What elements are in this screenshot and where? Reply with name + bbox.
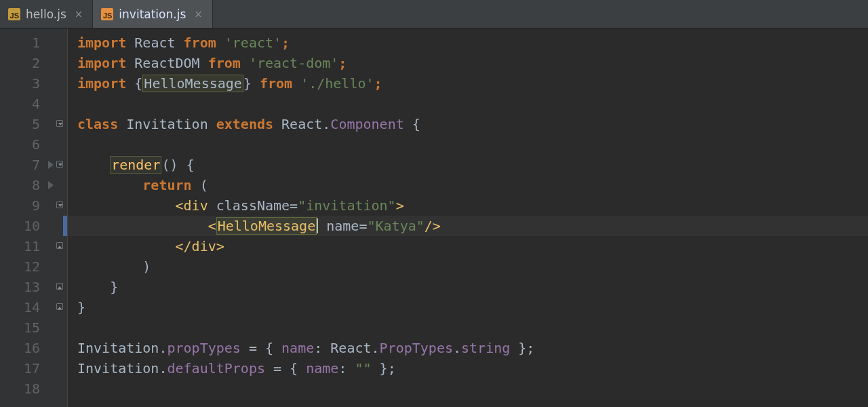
code-line[interactable]: class Invitation extends React.Component… <box>68 114 868 134</box>
line-number: 4 <box>0 94 67 114</box>
fold-icon[interactable] <box>56 303 63 310</box>
code-line[interactable]: import ReactDOM from 'react-dom'; <box>68 53 868 73</box>
line-number: 3 <box>0 73 67 94</box>
js-file-icon: JS <box>101 8 113 20</box>
line-number: 17 <box>0 358 67 379</box>
editor-tabs: JS hello.js × JS invitation.js × <box>0 0 868 28</box>
line-number: 1 <box>0 33 67 53</box>
tab-label: invitation.js <box>119 7 186 21</box>
fold-icon[interactable] <box>56 283 63 290</box>
line-number: 15 <box>0 317 67 338</box>
fold-icon[interactable] <box>56 161 63 168</box>
highlighted-symbol: render <box>110 156 161 174</box>
code-line-current[interactable]: <HelloMessage name="Katya"/> <box>68 216 868 236</box>
line-gutter: 1 2 3 4 5 6 7 8 9 10 11 12 13 14 15 16 1… <box>0 28 68 407</box>
tab-label: hello.js <box>26 7 66 21</box>
line-number: 16 <box>0 338 67 358</box>
line-number: 14 <box>0 297 67 317</box>
run-marker-icon[interactable] <box>48 161 54 169</box>
code-line[interactable]: import {HelloMessage} from './hello'; <box>68 73 868 94</box>
js-file-icon: JS <box>8 8 20 20</box>
line-number: 13 <box>0 277 67 297</box>
line-number: 6 <box>0 134 67 155</box>
tab-hello-js[interactable]: JS hello.js × <box>0 0 93 28</box>
code-line[interactable] <box>68 94 868 114</box>
fold-icon[interactable] <box>56 242 63 249</box>
code-line[interactable]: </div> <box>68 236 868 256</box>
code-line[interactable] <box>68 134 868 155</box>
code-line[interactable]: } <box>68 277 868 297</box>
code-line[interactable]: Invitation.propTypes = { name: React.Pro… <box>68 338 868 358</box>
tab-invitation-js[interactable]: JS invitation.js × <box>93 0 213 28</box>
fold-icon[interactable] <box>56 201 63 208</box>
highlighted-symbol: HelloMessage <box>216 217 317 235</box>
editor-area: 1 2 3 4 5 6 7 8 9 10 11 12 13 14 15 16 1… <box>0 28 868 407</box>
line-number: 11 <box>0 236 67 256</box>
fold-icon[interactable] <box>56 120 63 127</box>
code-line[interactable]: Invitation.defaultProps = { name: "" }; <box>68 358 868 379</box>
code-line[interactable]: render() { <box>68 155 868 175</box>
close-icon[interactable]: × <box>75 8 83 20</box>
code-area[interactable]: import React from 'react'; import ReactD… <box>68 28 868 407</box>
code-line[interactable]: import React from 'react'; <box>68 33 868 53</box>
code-line[interactable] <box>68 379 868 399</box>
line-number: 2 <box>0 53 67 73</box>
run-marker-icon[interactable] <box>48 181 54 189</box>
line-number: 7 <box>0 155 67 175</box>
code-line[interactable]: } <box>68 297 868 317</box>
code-line[interactable]: ) <box>68 256 868 277</box>
line-number: 8 <box>0 175 67 195</box>
line-number: 18 <box>0 379 67 399</box>
code-line[interactable]: return ( <box>68 175 868 195</box>
line-number: 10 <box>0 216 67 236</box>
highlighted-symbol: HelloMessage <box>142 75 243 92</box>
change-marker <box>63 216 67 236</box>
line-number: 12 <box>0 256 67 277</box>
close-icon[interactable]: × <box>194 8 203 20</box>
code-line[interactable] <box>68 317 868 338</box>
line-number: 9 <box>0 195 67 216</box>
code-line[interactable]: <div className="invitation"> <box>68 195 868 216</box>
line-number: 5 <box>0 114 67 134</box>
